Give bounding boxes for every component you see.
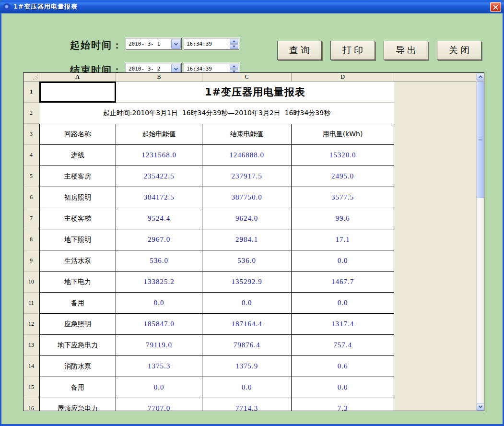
usage-cell[interactable]: 15320.0 — [292, 145, 394, 166]
usage-cell[interactable]: 757.4 — [292, 335, 394, 356]
end-energy-cell[interactable]: 0.0 — [202, 377, 292, 398]
row-number[interactable]: 6 — [23, 187, 39, 208]
usage-cell[interactable]: 0.0 — [292, 377, 394, 398]
circuit-name-cell[interactable]: 主楼客梯 — [39, 208, 116, 229]
usage-cell[interactable]: 99.6 — [292, 208, 394, 229]
cell-a1-selected[interactable] — [39, 82, 116, 103]
scroll-up-icon[interactable] — [477, 73, 484, 81]
close-button[interactable]: 关闭 — [437, 41, 481, 60]
start-time-spinner[interactable]: 16:34:39 — [184, 38, 239, 50]
start-energy-cell[interactable]: 1375.3 — [116, 356, 202, 377]
scroll-down-icon[interactable] — [477, 403, 484, 411]
row-number[interactable]: 15 — [23, 377, 39, 398]
header-start-energy[interactable]: 起始电能值 — [116, 124, 202, 145]
circuit-name-cell[interactable]: 消防水泵 — [39, 356, 116, 377]
start-energy-cell[interactable]: 185847.0 — [116, 314, 202, 335]
spin-up-icon[interactable] — [230, 64, 238, 69]
usage-cell[interactable]: 1467.7 — [292, 272, 394, 293]
report-grid: A B C D 1 1#变压器用电量报表 2 起止时间:2010年3月1日 16… — [23, 72, 484, 411]
circuit-name-cell[interactable]: 备用 — [39, 293, 116, 314]
start-energy-cell[interactable]: 2967.0 — [116, 229, 202, 250]
header-circuit-name[interactable]: 回路名称 — [39, 124, 116, 145]
usage-cell[interactable]: 17.1 — [292, 229, 394, 250]
circuit-name-cell[interactable]: 应急照明 — [39, 314, 116, 335]
column-header-c[interactable]: C — [202, 73, 292, 81]
start-energy-cell[interactable]: 9524.4 — [116, 208, 202, 229]
time-range-text[interactable]: 起止时间:2010年3月1日 16时34分39秒—2010年3月2日 16时34… — [39, 103, 394, 124]
circuit-name-cell[interactable]: 地下电力 — [39, 272, 116, 293]
circuit-name-cell[interactable]: 裙房照明 — [39, 187, 116, 208]
table-row: 10 地下电力 133825.2 135292.9 1467.7 — [23, 272, 484, 293]
usage-cell[interactable]: 2495.0 — [292, 166, 394, 187]
start-energy-cell[interactable]: 536.0 — [116, 250, 202, 272]
corner-hatch-icon — [31, 74, 38, 80]
usage-cell[interactable]: 0.0 — [292, 293, 394, 314]
start-energy-cell[interactable]: 384172.5 — [116, 187, 202, 208]
titlebar: 1#变压器用电量报表 — [0, 0, 504, 13]
column-header-b[interactable]: B — [116, 73, 202, 81]
end-energy-cell[interactable]: 2984.1 — [202, 229, 292, 250]
header-usage[interactable]: 用电量(kWh) — [292, 124, 394, 145]
end-energy-cell[interactable]: 1375.9 — [202, 356, 292, 377]
close-icon[interactable] — [490, 2, 501, 12]
circuit-name-cell[interactable]: 进线 — [39, 145, 116, 166]
report-title[interactable]: 1#变压器用电量报表 — [116, 82, 394, 103]
end-energy-cell[interactable]: 536.0 — [202, 250, 292, 272]
row-number[interactable]: 7 — [23, 208, 39, 229]
row-number[interactable]: 3 — [23, 124, 39, 145]
circuit-name-cell[interactable]: 主楼客房 — [39, 166, 116, 187]
circuit-name-cell[interactable]: 屋顶应急电力 — [39, 398, 116, 411]
end-energy-cell[interactable]: 237917.5 — [202, 166, 292, 187]
row-number[interactable]: 5 — [23, 166, 39, 187]
end-energy-cell[interactable]: 1246888.0 — [202, 145, 292, 166]
start-energy-cell[interactable]: 1231568.0 — [116, 145, 202, 166]
row-number[interactable]: 14 — [23, 356, 39, 377]
usage-cell[interactable]: 7.3 — [292, 398, 394, 411]
circuit-name-cell[interactable]: 备用 — [39, 377, 116, 398]
end-energy-cell[interactable]: 7714.3 — [202, 398, 292, 411]
circuit-name-cell[interactable]: 地下应急电力 — [39, 335, 116, 356]
end-energy-cell[interactable]: 9624.0 — [202, 208, 292, 229]
row-number[interactable]: 13 — [23, 335, 39, 356]
row-number[interactable]: 8 — [23, 229, 39, 250]
row-number[interactable]: 2 — [23, 103, 39, 124]
row-number[interactable]: 16 — [23, 398, 39, 411]
vertical-scrollbar[interactable] — [476, 73, 484, 411]
end-energy-cell[interactable]: 135292.9 — [202, 272, 292, 293]
usage-cell[interactable]: 3577.5 — [292, 187, 394, 208]
start-date-combobox[interactable]: 2010- 3- 1 — [126, 38, 182, 50]
end-energy-cell[interactable]: 187164.4 — [202, 314, 292, 335]
row-number[interactable]: 12 — [23, 314, 39, 335]
start-energy-cell[interactable]: 79119.0 — [116, 335, 202, 356]
scrollbar-thumb[interactable] — [477, 81, 484, 198]
start-energy-cell[interactable]: 7707.0 — [116, 398, 202, 411]
spin-up-icon[interactable] — [230, 39, 238, 44]
row-number[interactable]: 1 — [23, 82, 39, 103]
row-number[interactable]: 10 — [23, 272, 39, 293]
end-energy-cell[interactable]: 387750.0 — [202, 187, 292, 208]
print-button[interactable]: 打印 — [330, 41, 375, 60]
chevron-down-icon[interactable] — [171, 39, 181, 49]
grid-select-all-corner[interactable] — [23, 73, 39, 81]
header-end-energy[interactable]: 结束电能值 — [202, 124, 292, 145]
usage-cell[interactable]: 0.0 — [292, 250, 394, 272]
spin-down-icon[interactable] — [230, 44, 238, 49]
grid-header-row: 3 回路名称 起始电能值 结束电能值 用电量(kWh) — [23, 124, 484, 145]
column-header-a[interactable]: A — [39, 73, 116, 81]
start-energy-cell[interactable]: 0.0 — [116, 293, 202, 314]
start-energy-cell[interactable]: 0.0 — [116, 377, 202, 398]
export-button[interactable]: 导出 — [384, 41, 428, 60]
row-number[interactable]: 4 — [23, 145, 39, 166]
start-energy-cell[interactable]: 235422.5 — [116, 166, 202, 187]
start-energy-cell[interactable]: 133825.2 — [116, 272, 202, 293]
end-energy-cell[interactable]: 0.0 — [202, 293, 292, 314]
circuit-name-cell[interactable]: 地下照明 — [39, 229, 116, 250]
row-number[interactable]: 11 — [23, 293, 39, 314]
usage-cell[interactable]: 1317.4 — [292, 314, 394, 335]
column-header-d[interactable]: D — [292, 73, 394, 81]
usage-cell[interactable]: 0.6 — [292, 356, 394, 377]
row-number[interactable]: 9 — [23, 250, 39, 272]
circuit-name-cell[interactable]: 生活水泵 — [39, 250, 116, 272]
query-button[interactable]: 查询 — [277, 41, 322, 60]
end-energy-cell[interactable]: 79876.4 — [202, 335, 292, 356]
